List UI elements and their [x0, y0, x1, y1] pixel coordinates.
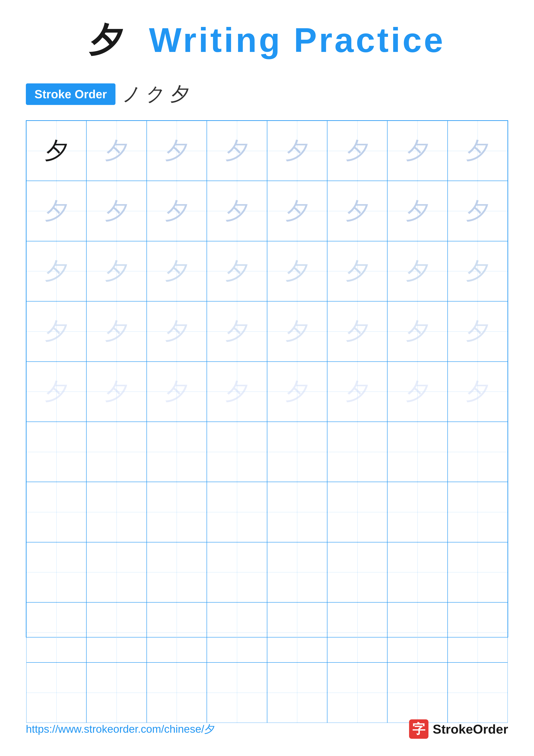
grid-cell[interactable]: 夕 [267, 241, 327, 301]
grid-cell[interactable] [87, 482, 146, 542]
stroke-order-section: Stroke Order ノ ク 夕 [26, 81, 508, 107]
footer-url[interactable]: https://www.strokeorder.com/chinese/夕 [26, 722, 215, 736]
practice-character: 夕 [406, 315, 429, 347]
grid-cell[interactable] [26, 482, 87, 542]
grid-cell[interactable]: 夕 [26, 181, 87, 241]
grid-cell[interactable]: 夕 [147, 181, 207, 241]
grid-cell[interactable] [147, 542, 207, 602]
practice-character: 夕 [105, 376, 128, 408]
practice-character: 夕 [225, 135, 249, 167]
grid-cell[interactable]: 夕 [207, 241, 267, 301]
grid-cell[interactable]: 夕 [26, 121, 87, 181]
grid-cell[interactable]: 夕 [207, 181, 267, 241]
grid-cell[interactable] [327, 602, 387, 662]
grid-cell[interactable]: 夕 [87, 241, 146, 301]
grid-cell[interactable] [207, 482, 267, 542]
practice-character: 夕 [105, 315, 128, 347]
grid-cell[interactable]: 夕 [387, 241, 447, 301]
grid-cell[interactable] [26, 542, 87, 602]
grid-cell[interactable] [207, 542, 267, 602]
grid-cell[interactable] [387, 482, 447, 542]
grid-cell[interactable] [387, 602, 447, 662]
practice-character: 夕 [285, 315, 309, 347]
grid-cell[interactable] [387, 542, 447, 602]
grid-cell[interactable] [447, 602, 508, 662]
grid-cell[interactable] [207, 602, 267, 662]
grid-cell[interactable]: 夕 [387, 181, 447, 241]
grid-cell[interactable] [327, 662, 387, 723]
grid-cell[interactable]: 夕 [267, 362, 327, 422]
grid-cell[interactable] [327, 422, 387, 482]
grid-cell[interactable]: 夕 [147, 241, 207, 301]
grid-cell[interactable]: 夕 [207, 121, 267, 181]
grid-cell[interactable] [447, 482, 508, 542]
grid-cell[interactable]: 夕 [87, 181, 146, 241]
grid-cell[interactable]: 夕 [26, 241, 87, 301]
grid-cell[interactable] [147, 662, 207, 723]
grid-cell[interactable] [387, 422, 447, 482]
grid-cell[interactable]: 夕 [267, 121, 327, 181]
grid-cell[interactable]: 夕 [26, 301, 87, 362]
grid-cell[interactable]: 夕 [87, 121, 146, 181]
grid-cell[interactable] [447, 662, 508, 723]
practice-character: 夕 [45, 135, 68, 167]
grid-cell[interactable] [207, 422, 267, 482]
practice-character: 夕 [285, 376, 309, 408]
grid-cell[interactable]: 夕 [327, 181, 387, 241]
practice-character: 夕 [165, 376, 189, 408]
grid-cell[interactable] [87, 422, 146, 482]
grid-cell[interactable]: 夕 [387, 301, 447, 362]
practice-character: 夕 [285, 135, 309, 167]
grid-cell[interactable] [447, 422, 508, 482]
grid-cell[interactable]: 夕 [447, 181, 508, 241]
title-section: 夕 Writing Practice [26, 17, 508, 64]
grid-cell[interactable]: 夕 [207, 301, 267, 362]
grid-cell[interactable] [26, 422, 87, 482]
practice-character: 夕 [406, 135, 429, 167]
grid-cell[interactable] [267, 662, 327, 723]
grid-cell[interactable] [267, 602, 327, 662]
grid-cell[interactable]: 夕 [447, 121, 508, 181]
grid-cell[interactable] [147, 602, 207, 662]
grid-cell[interactable]: 夕 [147, 301, 207, 362]
grid-cell[interactable]: 夕 [147, 121, 207, 181]
grid-cell[interactable] [327, 542, 387, 602]
practice-character: 夕 [45, 315, 68, 347]
grid-cell[interactable]: 夕 [87, 362, 146, 422]
grid-cell[interactable]: 夕 [327, 362, 387, 422]
grid-cell[interactable] [267, 542, 327, 602]
grid-cell[interactable]: 夕 [267, 301, 327, 362]
title-text: Writing Practice [149, 21, 445, 59]
practice-character: 夕 [406, 195, 429, 227]
grid-cell[interactable]: 夕 [147, 362, 207, 422]
grid-cell[interactable]: 夕 [26, 362, 87, 422]
grid-cell[interactable] [327, 482, 387, 542]
grid-cell[interactable]: 夕 [447, 241, 508, 301]
grid-cell[interactable]: 夕 [267, 181, 327, 241]
title-character: 夕 [89, 21, 125, 59]
grid-cell[interactable]: 夕 [447, 301, 508, 362]
grid-cell[interactable] [147, 482, 207, 542]
grid-cell[interactable] [87, 662, 146, 723]
grid-cell[interactable] [26, 602, 87, 662]
grid-cell[interactable]: 夕 [207, 362, 267, 422]
grid-cell[interactable] [26, 662, 87, 723]
grid-cell[interactable] [447, 542, 508, 602]
grid-cell[interactable] [147, 422, 207, 482]
grid-cell[interactable] [267, 482, 327, 542]
grid-cell[interactable]: 夕 [87, 301, 146, 362]
practice-character: 夕 [406, 255, 429, 287]
grid-cell[interactable]: 夕 [327, 241, 387, 301]
grid-cell[interactable] [387, 662, 447, 723]
practice-character: 夕 [45, 376, 68, 408]
grid-cell[interactable] [87, 542, 146, 602]
grid-cell[interactable]: 夕 [387, 362, 447, 422]
grid-cell[interactable]: 夕 [387, 121, 447, 181]
grid-cell[interactable] [87, 602, 146, 662]
grid-cell[interactable]: 夕 [327, 301, 387, 362]
grid-cell[interactable]: 夕 [327, 121, 387, 181]
grid-cell[interactable] [267, 422, 327, 482]
practice-character: 夕 [165, 315, 189, 347]
grid-cell[interactable]: 夕 [447, 362, 508, 422]
grid-cell[interactable] [207, 662, 267, 723]
